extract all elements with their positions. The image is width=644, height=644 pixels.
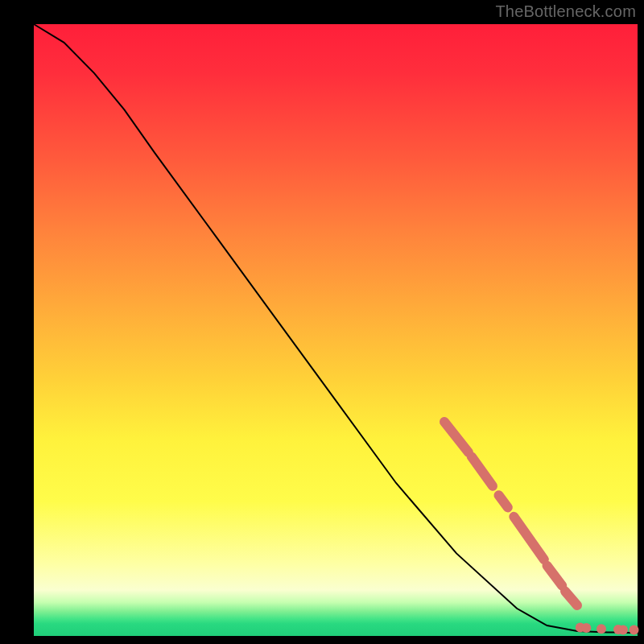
- highlight-dot: [618, 625, 628, 634]
- chart-svg: [34, 24, 638, 636]
- highlight-dot: [630, 625, 639, 634]
- attribution-text: TheBottleneck.com: [495, 2, 636, 21]
- curve-layer: [34, 24, 638, 633]
- highlight-layer: [444, 422, 639, 634]
- highlight-segment: [444, 422, 469, 452]
- highlight-dot: [597, 624, 606, 634]
- bottleneck-curve: [34, 24, 638, 633]
- highlight-segment: [547, 566, 563, 586]
- highlight-segment: [472, 456, 493, 486]
- plot-area: [34, 24, 638, 636]
- highlight-dot: [581, 623, 591, 633]
- highlight-segment: [499, 495, 508, 507]
- chart-frame: TheBottleneck.com: [0, 0, 644, 644]
- highlight-segment: [514, 517, 544, 559]
- highlight-segment: [565, 592, 577, 606]
